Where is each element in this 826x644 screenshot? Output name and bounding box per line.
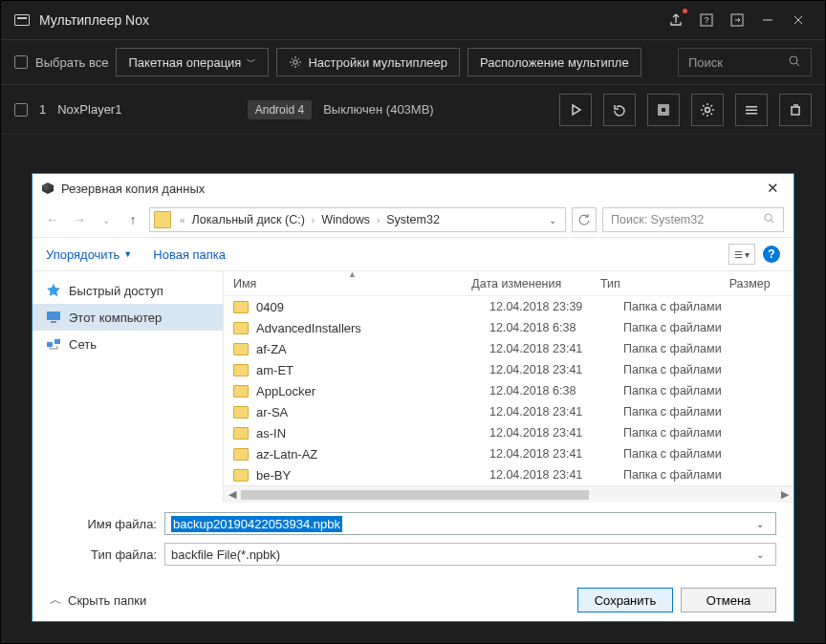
file-row[interactable]: 040912.04.2018 23:39Папка с файлами xyxy=(224,296,793,317)
breadcrumb-1[interactable]: Windows xyxy=(319,213,372,226)
settings-button[interactable] xyxy=(691,94,724,126)
restore-button[interactable] xyxy=(603,94,636,126)
dialog-footer: ︿ Скрыть папки Сохранить Отмена xyxy=(33,579,793,621)
dialog-titlebar: Резервная копия данных ✕ xyxy=(33,174,793,203)
batch-operation-button[interactable]: Пакетная операция﹀ xyxy=(116,48,269,76)
import-icon[interactable] xyxy=(724,7,750,33)
sidebar-item-network[interactable]: Сеть xyxy=(33,331,223,357)
dialog-search-input[interactable]: Поиск: System32 xyxy=(602,207,784,232)
search-input[interactable]: Поиск xyxy=(678,48,812,76)
filename-dropdown[interactable]: ⌄ xyxy=(750,519,770,529)
pc-icon xyxy=(46,310,61,325)
svg-rect-8 xyxy=(746,106,757,108)
help-icon[interactable]: ? xyxy=(763,246,780,263)
nav-forward-button[interactable]: → xyxy=(69,209,90,230)
titlebar: Мультиплеер Nox ? xyxy=(1,1,825,39)
instance-index: 1 xyxy=(39,102,46,117)
dialog-close-button[interactable]: ✕ xyxy=(761,177,784,200)
gear-icon xyxy=(289,55,302,69)
file-row[interactable]: az-Latn-AZ12.04.2018 23:41Папка с файлам… xyxy=(224,443,793,464)
filetype-dropdown[interactable]: ⌄ xyxy=(750,549,770,560)
sidebar-item-this-pc[interactable]: Этот компьютер xyxy=(33,304,223,331)
folder-icon xyxy=(233,406,249,419)
address-dropdown[interactable]: ⌄ xyxy=(544,215,561,225)
address-bar[interactable]: « Локальный диск (C:) › Windows › System… xyxy=(149,207,566,232)
folder-icon xyxy=(233,385,249,397)
filetype-select[interactable]: backfile File(*.npbk) ⌄ xyxy=(164,543,776,566)
scroll-left[interactable]: ◀ xyxy=(224,488,241,501)
share-icon[interactable] xyxy=(663,7,689,33)
delete-button[interactable] xyxy=(779,94,812,126)
play-button[interactable] xyxy=(559,94,592,126)
col-name[interactable]: Имя xyxy=(224,277,462,290)
svg-rect-13 xyxy=(51,321,56,323)
multiplayer-location-button[interactable]: Расположение мультипле xyxy=(467,48,641,76)
file-row[interactable]: am-ET12.04.2018 23:41Папка с файлами xyxy=(224,359,793,380)
refresh-button[interactable] xyxy=(572,207,597,232)
breadcrumb-root[interactable]: Локальный диск (C:) xyxy=(190,213,307,226)
col-date[interactable]: Дата изменения xyxy=(462,277,591,290)
svg-rect-15 xyxy=(54,339,60,344)
chevron-up-icon: ︿ xyxy=(50,591,62,609)
file-row[interactable]: be-BY12.04.2018 23:41Папка с файлами xyxy=(224,464,793,485)
cancel-button[interactable]: Отмена xyxy=(681,588,776,612)
file-row[interactable]: AdvancedInstallers12.04.2018 6:38Папка с… xyxy=(224,317,793,338)
filetype-label: Тип файла: xyxy=(71,547,157,562)
search-icon xyxy=(763,212,775,227)
file-row[interactable]: AppLocker12.04.2018 6:38Папка с файлами xyxy=(224,380,793,401)
star-icon xyxy=(46,283,61,298)
file-row[interactable]: as-IN12.04.2018 23:41Папка с файлами xyxy=(224,422,793,443)
col-size[interactable]: Размер xyxy=(720,277,793,290)
folder-icon xyxy=(233,364,249,376)
app-icon xyxy=(14,14,30,26)
svg-point-4 xyxy=(790,56,797,64)
filename-input[interactable]: backup20190422053934.npbk ⌄ xyxy=(164,512,776,535)
nav-back-button[interactable]: ← xyxy=(42,209,63,230)
organize-button[interactable]: Упорядочить▼ xyxy=(46,247,132,262)
save-button[interactable]: Сохранить xyxy=(577,588,673,612)
scroll-right[interactable]: ▶ xyxy=(776,488,793,501)
view-mode-button[interactable]: ☰ ▾ xyxy=(728,244,755,265)
svg-point-3 xyxy=(293,60,297,64)
breadcrumb-2[interactable]: System32 xyxy=(384,213,442,226)
file-list[interactable]: 040912.04.2018 23:39Папка с файламиAdvan… xyxy=(224,296,793,485)
address-row: ← → ⌄ ↑ « Локальный диск (C:) › Windows … xyxy=(33,203,793,237)
horizontal-scrollbar[interactable]: ◀ ▶ xyxy=(224,485,793,503)
close-button[interactable] xyxy=(785,7,812,33)
instance-checkbox[interactable] xyxy=(14,103,28,117)
search-icon xyxy=(788,54,801,71)
nav-recent-button[interactable]: ⌄ xyxy=(96,209,117,230)
folder-icon xyxy=(233,469,249,482)
file-row[interactable]: af-ZA12.04.2018 23:41Папка с файлами xyxy=(224,338,793,359)
column-headers: ▲ Имя Дата изменения Тип Размер xyxy=(224,271,793,296)
dialog-icon xyxy=(42,182,54,194)
save-dialog: Резервная копия данных ✕ ← → ⌄ ↑ « Локал… xyxy=(32,173,794,622)
svg-rect-14 xyxy=(47,342,53,347)
nav-up-button[interactable]: ↑ xyxy=(122,209,143,230)
file-area: ▲ Имя Дата изменения Тип Размер 040912.0… xyxy=(224,271,793,503)
minimize-button[interactable] xyxy=(754,7,781,33)
svg-point-7 xyxy=(706,107,710,112)
folder-icon xyxy=(233,427,249,440)
folder-icon xyxy=(233,448,249,461)
select-all-checkbox[interactable]: Выбрать все xyxy=(14,55,108,70)
new-folder-button[interactable]: Новая папка xyxy=(153,247,226,262)
organize-row: Упорядочить▼ Новая папка ☰ ▾ ? xyxy=(33,237,793,271)
sidebar-item-quick-access[interactable]: Быстрый доступ xyxy=(33,277,223,304)
svg-rect-10 xyxy=(746,113,757,115)
multiplayer-settings-button[interactable]: Настройки мультиплеер xyxy=(276,48,460,76)
backup-button[interactable] xyxy=(647,94,680,126)
nav-sidebar: Быстрый доступ Этот компьютер Сеть xyxy=(33,271,224,503)
svg-rect-9 xyxy=(746,109,757,111)
hide-folders-toggle[interactable]: ︿ Скрыть папки xyxy=(50,591,146,609)
col-type[interactable]: Тип xyxy=(591,277,720,290)
network-icon xyxy=(46,336,61,352)
file-row[interactable]: ar-SA12.04.2018 23:41Папка с файлами xyxy=(224,401,793,422)
folder-icon xyxy=(233,343,249,355)
instance-status: Выключен (403MB) xyxy=(323,102,434,117)
instance-name: NoxPlayer1 xyxy=(57,102,121,117)
drive-icon xyxy=(154,211,171,228)
folder-icon xyxy=(233,301,249,313)
help-icon[interactable]: ? xyxy=(693,7,720,33)
more-button[interactable] xyxy=(735,94,768,126)
